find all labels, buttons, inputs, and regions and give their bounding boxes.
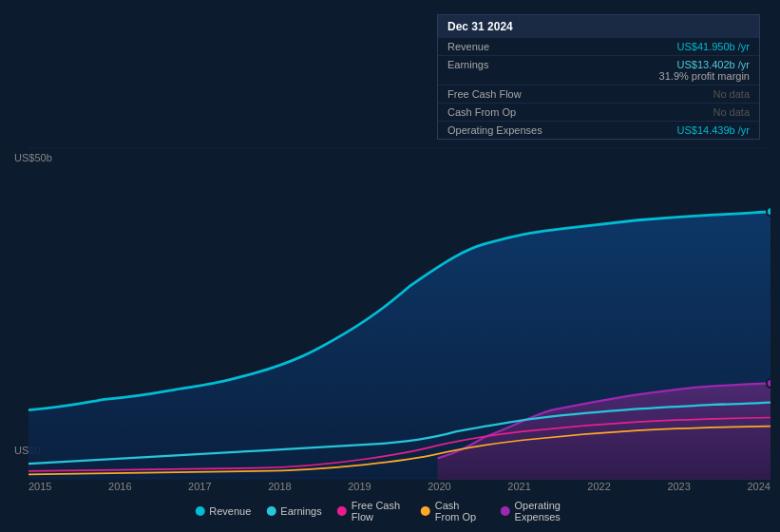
- x-axis: 2015 2016 2017 2018 2019 2020 2021 2022 …: [29, 481, 770, 492]
- tooltip-row-cashfromop: Cash From Op No data: [438, 104, 759, 122]
- legend-label-cashfromop: Cash From Op: [435, 500, 485, 522]
- x-label-2020: 2020: [428, 481, 450, 492]
- x-label-2017: 2017: [188, 481, 211, 492]
- legend-cashfromop[interactable]: Cash From Op: [421, 500, 485, 522]
- chart-svg: [29, 147, 770, 480]
- legend-opex[interactable]: Operating Expenses: [501, 500, 585, 522]
- x-label-2022: 2022: [587, 481, 610, 492]
- x-label-2023: 2023: [667, 481, 690, 492]
- tooltip-value-earnings: US$13.402b /yr: [659, 59, 750, 70]
- tooltip-label-opex: Operating Expenses: [447, 124, 542, 136]
- tooltip-row-revenue: Revenue US$41.950b /yr: [438, 38, 759, 56]
- tooltip-row-opex: Operating Expenses US$14.439b /yr: [438, 122, 759, 139]
- legend-revenue[interactable]: Revenue: [195, 505, 251, 517]
- legend-dot-revenue: [195, 506, 204, 516]
- legend-earnings[interactable]: Earnings: [266, 505, 321, 517]
- tooltip-row-fcf: Free Cash Flow No data: [438, 86, 759, 104]
- x-label-2018: 2018: [268, 481, 291, 492]
- revenue-dot: [767, 207, 770, 216]
- x-label-2019: 2019: [348, 481, 371, 492]
- chart-container: Dec 31 2024 Revenue US$41.950b /yr Earni…: [0, 0, 780, 532]
- legend-label-fcf: Free Cash Flow: [352, 500, 406, 522]
- legend-fcf[interactable]: Free Cash Flow: [337, 500, 406, 522]
- legend-dot-cashfromop: [421, 506, 430, 516]
- tooltip-label-earnings: Earnings: [447, 59, 488, 82]
- tooltip-value-revenue: US$41.950b /yr: [677, 41, 750, 52]
- tooltip-label-cashfromop: Cash From Op: [447, 106, 516, 118]
- legend-label-revenue: Revenue: [209, 505, 251, 517]
- tooltip-box: Dec 31 2024 Revenue US$41.950b /yr Earni…: [437, 14, 760, 140]
- legend-dot-earnings: [266, 506, 276, 516]
- x-label-2015: 2015: [29, 481, 51, 492]
- x-label-2016: 2016: [108, 481, 131, 492]
- legend-label-opex: Operating Expenses: [515, 500, 585, 522]
- tooltip-row-earnings: Earnings US$13.402b /yr 31.9% profit mar…: [438, 56, 759, 86]
- tooltip-label-revenue: Revenue: [447, 41, 489, 52]
- x-label-2024: 2024: [747, 481, 770, 492]
- tooltip-value-cashfromop: No data: [713, 106, 750, 118]
- legend-dot-fcf: [337, 506, 347, 516]
- chart-legend: Revenue Earnings Free Cash Flow Cash Fro…: [195, 500, 585, 522]
- legend-dot-opex: [501, 506, 510, 516]
- tooltip-date: Dec 31 2024: [438, 15, 759, 38]
- tooltip-label-fcf: Free Cash Flow: [447, 88, 522, 100]
- legend-label-earnings: Earnings: [280, 505, 321, 517]
- opex-dot: [767, 379, 770, 388]
- tooltip-value-fcf: No data: [713, 88, 750, 100]
- chart-area: [29, 147, 770, 480]
- tooltip-value-opex: US$14.439b /yr: [677, 124, 750, 136]
- profit-margin-text: 31.9% profit margin: [659, 70, 750, 82]
- x-label-2021: 2021: [507, 481, 530, 492]
